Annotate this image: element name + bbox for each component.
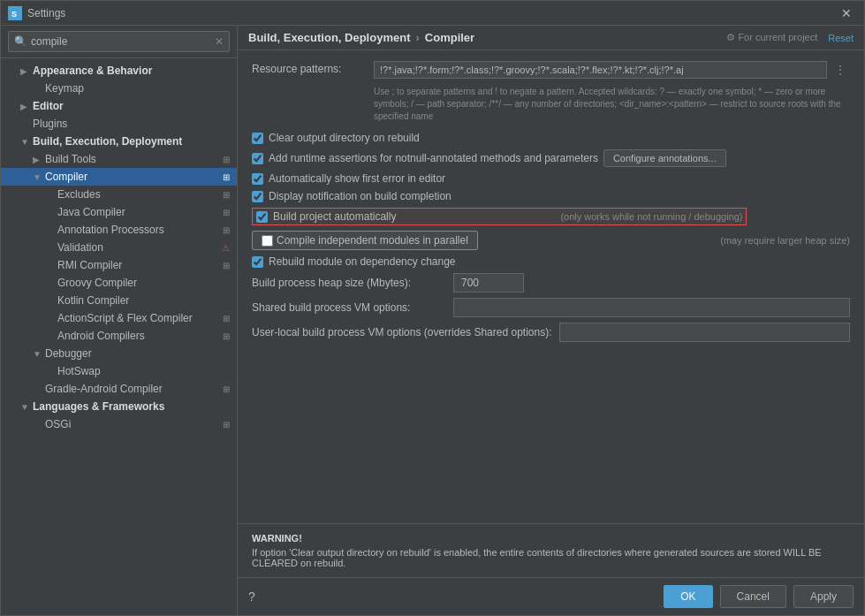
resource-patterns-label: Resource patterns: [252, 61, 367, 75]
sidebar-item-debugger[interactable]: ▼ Debugger [1, 345, 237, 362]
sidebar-item-editor[interactable]: ▶ Editor [1, 97, 237, 115]
add-runtime-checkbox[interactable] [252, 153, 263, 164]
compile-parallel-button[interactable]: Compile independent modules in parallel [252, 231, 478, 250]
sidebar-item-android-compilers[interactable]: Android Compilers ⊞ [1, 327, 237, 345]
expand-resource-button[interactable]: ⋮ [831, 61, 850, 79]
sidebar-item-kotlin-compiler[interactable]: Kotlin Compiler [1, 292, 237, 309]
resource-patterns-row: Resource patterns: !?*.java;!?*.form;!?*… [252, 61, 850, 79]
action-buttons: OK Cancel Apply [664, 585, 854, 608]
sidebar-item-label: Appearance & Behavior [33, 65, 230, 77]
sidebar-item-java-compiler[interactable]: Java Compiler ⊞ [1, 203, 237, 221]
sidebar-item-compiler[interactable]: ▼ Compiler ⊞ [1, 168, 237, 186]
build-project-auto-label: Build project automatically [273, 210, 396, 223]
resource-help-text: Use ; to separate patterns and ! to nega… [374, 86, 850, 123]
sidebar-item-label: Excludes [57, 188, 223, 201]
add-runtime-label: Add runtime assertions for notnull-annot… [269, 152, 598, 164]
sidebar: 🔍 ✕ ▶ Appearance & Behavior Keymap [1, 26, 238, 615]
build-project-auto-row: Build project automatically (only works … [252, 208, 747, 225]
compile-parallel-row: Compile independent modules in parallel … [252, 231, 850, 250]
copy-icon: ⊞ [223, 384, 230, 394]
copy-icon: ⊞ [223, 225, 230, 235]
warning-text: If option 'Clear output directory on reb… [252, 547, 850, 568]
expand-arrow-icon: ▼ [20, 402, 33, 412]
cancel-button[interactable]: Cancel [720, 585, 786, 608]
error-indicator: ⚠ [222, 243, 230, 253]
panel-body: Resource patterns: !?*.java;!?*.form;!?*… [238, 50, 864, 523]
expand-arrow-icon: ▼ [20, 137, 33, 147]
compile-parallel-label: Compile independent modules in parallel [277, 234, 468, 247]
rebuild-module-label: Rebuild module on dependency change [269, 255, 456, 268]
heap-size-input[interactable] [453, 273, 524, 293]
close-button[interactable]: ✕ [836, 4, 857, 22]
compile-parallel-checkbox[interactable] [262, 235, 273, 247]
build-project-auto-checkbox[interactable] [256, 211, 268, 223]
user-vm-label: User-local build process VM options (ove… [252, 326, 552, 338]
window-title: Settings [27, 7, 836, 19]
user-vm-row: User-local build process VM options (ove… [252, 323, 850, 342]
right-panel: Build, Execution, Deployment › Compiler … [238, 26, 864, 615]
sidebar-item-groovy-compiler[interactable]: Groovy Compiler [1, 274, 237, 292]
sidebar-item-label: Plugins [33, 118, 230, 130]
copy-icon: ⊞ [223, 208, 230, 217]
display-notification-checkbox[interactable] [252, 191, 263, 202]
apply-button[interactable]: Apply [793, 585, 854, 608]
warning-title: WARNING! [252, 533, 850, 544]
resource-patterns-value[interactable]: !?*.java;!?*.form;!?*.class;!?*.groovy;!… [374, 61, 827, 79]
user-vm-input[interactable] [559, 323, 851, 342]
collapse-arrow-icon: ▶ [20, 102, 33, 111]
shared-vm-label: Shared build process VM options: [252, 301, 446, 314]
sidebar-item-label: Android Compilers [57, 330, 223, 342]
expand-arrow-icon: ▼ [33, 172, 45, 182]
sidebar-item-annotation-processors[interactable]: Annotation Processors ⊞ [1, 221, 237, 239]
sidebar-item-rmi-compiler[interactable]: RMI Compiler ⊞ [1, 256, 237, 274]
clear-output-checkbox[interactable] [252, 133, 263, 144]
configure-annotations-button[interactable]: Configure annotations... [603, 149, 726, 167]
svg-text:S: S [11, 10, 17, 19]
sidebar-item-keymap[interactable]: Keymap [1, 80, 237, 97]
sidebar-item-gradle-android[interactable]: Gradle-Android Compiler ⊞ [1, 380, 237, 398]
bottom-bar: ? OK Cancel Apply [238, 577, 864, 615]
help-button[interactable]: ? [248, 589, 255, 604]
sidebar-item-label: Editor [33, 100, 230, 112]
clear-search-button[interactable]: ✕ [215, 35, 224, 48]
sidebar-item-build-exec-deploy[interactable]: ▼ Build, Execution, Deployment [1, 133, 237, 150]
copy-icon: ⊞ [223, 261, 230, 270]
sidebar-item-build-tools[interactable]: ▶ Build Tools ⊞ [1, 150, 237, 168]
sidebar-item-label: RMI Compiler [57, 259, 223, 271]
sidebar-item-actionscript-flex[interactable]: ActionScript & Flex Compiler ⊞ [1, 309, 237, 327]
build-project-auto-note: (only works while not running / debuggin… [560, 211, 742, 222]
sidebar-item-validation[interactable]: Validation ⚠ [1, 239, 237, 256]
sidebar-item-languages-frameworks[interactable]: ▼ Languages & Frameworks [1, 398, 237, 415]
copy-icon: ⊞ [223, 155, 230, 164]
sidebar-item-label: OSGi [45, 418, 223, 430]
for-current-project: ⚙ For current project [726, 32, 817, 43]
compile-parallel-note: (may require larger heap size) [720, 235, 850, 246]
sidebar-item-label: Kotlin Compiler [57, 294, 230, 307]
show-first-error-label: Automatically show first error in editor [269, 172, 445, 185]
display-notification-row: Display notification on build completion [252, 190, 850, 202]
breadcrumb: Build, Execution, Deployment › Compiler [248, 31, 474, 44]
sidebar-item-hotswap[interactable]: HotSwap [1, 362, 237, 380]
breadcrumb-parent: Build, Execution, Deployment [248, 31, 410, 44]
sidebar-item-label: Java Compiler [57, 206, 223, 218]
expand-arrow-icon: ▼ [33, 349, 45, 359]
shared-vm-row: Shared build process VM options: [252, 298, 850, 317]
heap-size-label: Build process heap size (Mbytes): [252, 277, 446, 289]
reset-link[interactable]: Reset [828, 33, 854, 43]
sidebar-item-label: Annotation Processors [57, 224, 223, 236]
search-input[interactable] [31, 34, 215, 49]
shared-vm-input[interactable] [453, 298, 850, 317]
sidebar-item-osgi[interactable]: OSGi ⊞ [1, 415, 237, 433]
rebuild-module-checkbox[interactable] [252, 256, 263, 268]
sidebar-item-appearance-behavior[interactable]: ▶ Appearance & Behavior [1, 62, 237, 80]
sidebar-item-plugins[interactable]: Plugins [1, 115, 237, 133]
show-first-error-checkbox[interactable] [252, 173, 263, 185]
copy-icon: ⊞ [223, 314, 230, 323]
app-icon: S [8, 6, 22, 20]
ok-button[interactable]: OK [664, 585, 712, 608]
sidebar-item-label: Build, Execution, Deployment [33, 135, 230, 148]
sidebar-item-label: Debugger [45, 347, 230, 360]
heap-size-row: Build process heap size (Mbytes): [252, 273, 850, 293]
sidebar-item-excludes[interactable]: Excludes ⊞ [1, 186, 237, 203]
settings-window: S Settings ✕ 🔍 ✕ ▶ Appearance & Behavior [0, 0, 865, 616]
